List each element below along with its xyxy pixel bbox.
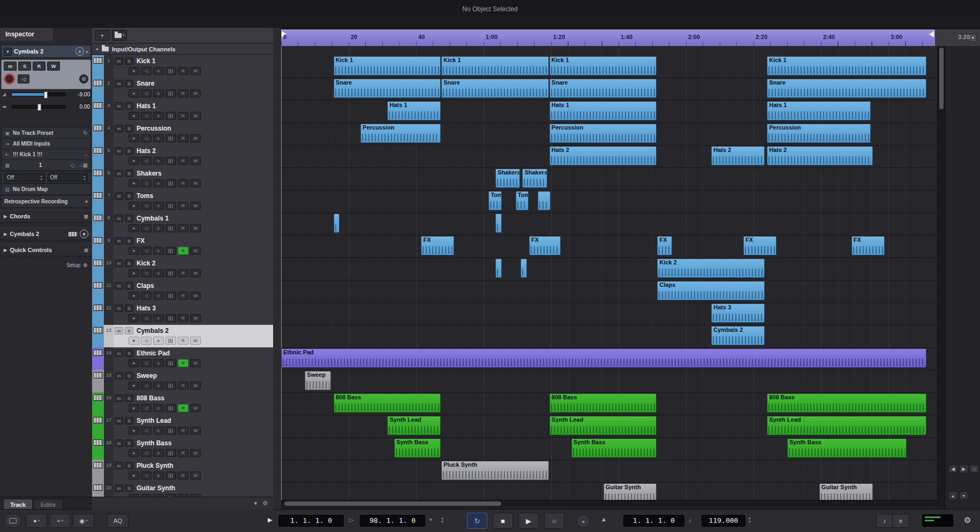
edit-channel-button[interactable]: e (153, 157, 164, 165)
edit-channel-button[interactable]: e (153, 67, 164, 75)
mute-button[interactable]: m (115, 102, 123, 110)
solo-button[interactable]: S (125, 484, 133, 492)
mute-button[interactable]: m (115, 327, 123, 335)
track-row-hats-3[interactable]: 12mSHats 3●◁eRW (92, 302, 273, 325)
write-automation-button[interactable]: W (190, 382, 201, 390)
solo-button[interactable]: S (125, 80, 133, 87)
channel-strip-button[interactable] (165, 382, 176, 390)
inspector-tab[interactable]: Inspector (0, 28, 54, 41)
edit-channel-button[interactable]: e (153, 292, 164, 300)
channel-strip-button[interactable] (165, 269, 176, 277)
track-row-snare[interactable]: 2mSSnare●◁eRW (92, 78, 273, 101)
midi-output-row[interactable]: ⇤ !!! Kick 1 !!! → (1, 149, 91, 160)
edit-channel-button[interactable]: e (153, 179, 164, 187)
clip-hats-2[interactable]: Hats 2 (711, 146, 765, 165)
solo-button[interactable]: S (125, 170, 133, 177)
mute-button[interactable]: m (4, 62, 17, 71)
clip-fx[interactable]: FX (421, 236, 454, 255)
track-name[interactable]: Sweep (137, 372, 157, 379)
left-locator-icon[interactable]: ▶ (268, 516, 272, 523)
retro-record-button[interactable]: ● (576, 514, 590, 528)
track-row-synth-bass[interactable]: 18mSSynth Bass●◁eRW (92, 437, 273, 460)
solo-button[interactable]: S (125, 260, 133, 267)
channel-strip-button[interactable] (165, 247, 176, 255)
edit-channel-button[interactable]: e (153, 382, 164, 390)
read-automation-button[interactable]: R (178, 134, 189, 142)
edit-channel-button[interactable]: e (153, 247, 164, 255)
drum-map-row[interactable]: ▤ No Drum Map (1, 184, 91, 195)
read-automation-button[interactable]: R (178, 404, 189, 412)
mute-button[interactable]: m (115, 372, 123, 379)
precount-icon[interactable]: ▲ (601, 516, 607, 522)
track-row-pluck-synth[interactable]: 19mSPluck Synth●◁eRW (92, 460, 273, 483)
record-arm-button[interactable]: ● (129, 179, 139, 187)
channel-strip-button[interactable] (165, 314, 176, 322)
mute-button[interactable]: m (115, 57, 123, 65)
monitor-button[interactable]: ◁ (141, 314, 152, 322)
solo-button[interactable]: S (125, 147, 133, 155)
solo-button[interactable]: S (125, 237, 133, 245)
solo-button[interactable]: S (125, 439, 133, 447)
play-button[interactable]: ▶ (518, 513, 539, 529)
record-arm-button[interactable]: ● (129, 67, 139, 75)
vertical-scrollbar[interactable] (937, 46, 945, 506)
track-name[interactable]: FX (137, 237, 145, 245)
read-automation-button[interactable]: R (178, 247, 189, 255)
clip-pluck-synth[interactable]: Pluck Synth (441, 461, 549, 480)
solo-button[interactable]: S (125, 462, 133, 469)
write-automation-button[interactable]: W (47, 62, 60, 71)
track-row-claps[interactable]: 11mSClaps●◁eRW (92, 280, 273, 303)
edit-channel-button[interactable]: e (153, 359, 164, 367)
position-display[interactable]: 1. 1. 1. 0 (278, 515, 344, 527)
read-automation-button[interactable]: R (178, 472, 189, 480)
solo-button[interactable]: S (125, 417, 133, 424)
chevron-down-icon[interactable]: ▾ (85, 199, 88, 204)
channel-strip-button[interactable] (165, 112, 176, 120)
mute-button[interactable]: m (115, 125, 123, 132)
diamond-icon[interactable]: ◇ (71, 162, 75, 168)
edit-channel-button[interactable]: e (153, 89, 164, 97)
track-row-fx[interactable]: 9mSFX●◁eRW (92, 235, 273, 258)
track-name[interactable]: Cymbals 1 (137, 215, 169, 222)
tempo-display[interactable]: 119.000 (702, 515, 745, 527)
track-name[interactable]: Toms (137, 192, 153, 200)
auto-quantize-button[interactable]: AQ (107, 514, 129, 528)
record-arm-button[interactable]: ● (129, 157, 139, 165)
record-arm-button[interactable]: ● (129, 134, 139, 142)
channel-strip-button[interactable] (165, 449, 176, 457)
clip-hats-3[interactable]: Hats 3 (711, 303, 765, 323)
event-display[interactable]: Kick 1Kick 1Kick 1Kick 1SnareSnareSnareS… (281, 46, 937, 500)
clip-fx[interactable]: FX (529, 236, 561, 255)
common-record-modes-button[interactable]: ●▾ (26, 514, 47, 528)
section-cymbals-2[interactable]: ▶ Cymbals 2 e (0, 227, 92, 240)
mute-button[interactable]: m (115, 147, 123, 155)
monitor-button[interactable]: ◁ (141, 224, 152, 232)
channel-strip-button[interactable] (165, 337, 176, 345)
read-automation-button[interactable]: R (178, 449, 189, 457)
reload-icon[interactable]: ↻ (84, 130, 88, 136)
scroll-left-button[interactable]: ◀ (948, 465, 958, 473)
track-name[interactable]: Shakers (137, 170, 162, 177)
track-row-cymbals-1[interactable]: 8mSCymbals 1●◁eRW (92, 212, 273, 235)
track-name[interactable]: Ethnic Pad (137, 349, 170, 357)
mute-button[interactable]: m (115, 80, 123, 87)
read-automation-button[interactable]: R (178, 67, 189, 75)
track-name[interactable]: Hats 3 (137, 305, 156, 312)
mute-button[interactable]: m (115, 260, 123, 267)
knob-icon[interactable]: ⊕ (79, 74, 88, 83)
mute-button[interactable]: m (115, 394, 123, 402)
channel-strip-button[interactable] (165, 134, 176, 142)
track-name[interactable]: Synth Lead (137, 417, 171, 424)
metronome-button[interactable]: ♪ (876, 514, 893, 528)
mute-button[interactable]: m (115, 439, 123, 447)
monitor-button[interactable]: ◁ (141, 359, 152, 367)
channel-strip-button[interactable] (165, 89, 176, 97)
write-automation-button[interactable]: W (190, 89, 201, 97)
edit-channel-button[interactable]: e (153, 337, 164, 345)
write-automation-button[interactable]: W (190, 427, 201, 435)
clip-snare[interactable]: Snare (441, 79, 549, 98)
clip-synth-lead[interactable]: Synth Lead (767, 416, 926, 435)
menu-icon[interactable]: ≣ (84, 214, 88, 219)
monitor-button[interactable]: ◁ (141, 89, 152, 97)
clip-shakers[interactable]: Shakers (522, 169, 547, 188)
